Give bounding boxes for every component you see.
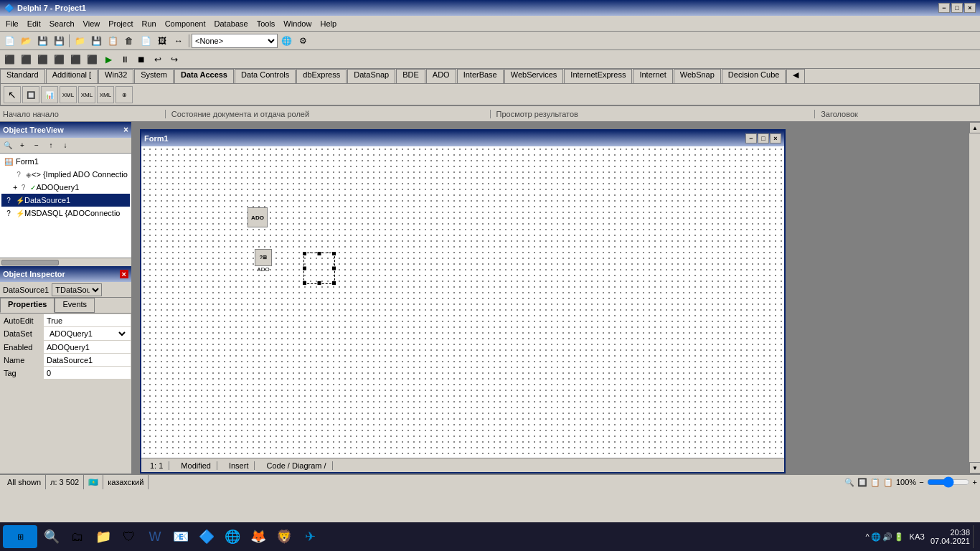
prop-name-value[interactable]: DataSource1	[44, 354, 131, 367]
taskbar-word[interactable]: W	[143, 525, 166, 548]
taskbar-delphi[interactable]: 🔷	[195, 525, 218, 548]
menu-search[interactable]: Search	[45, 18, 79, 29]
ado-connection-component[interactable]: ADO	[248, 207, 268, 227]
treeview-collapse-btn[interactable]: −	[30, 139, 43, 152]
start-button[interactable]: ⊞	[3, 525, 37, 548]
treeview-close-button[interactable]: ×	[123, 125, 128, 135]
inspector-close-button[interactable]: ×	[120, 270, 128, 278]
run-button[interactable]: 🌐	[278, 33, 294, 49]
treeview-down-btn[interactable]: ↓	[59, 139, 72, 152]
menu-view[interactable]: View	[79, 18, 105, 29]
comp-2[interactable]: 📊	[41, 86, 58, 103]
prop-autoedit-value[interactable]: True	[44, 314, 131, 327]
view-form-button[interactable]: 🖼	[154, 33, 170, 49]
zoom-in-icon[interactable]: +	[973, 478, 977, 486]
palette-tab-internetexpress[interactable]: InternetExpress	[564, 69, 632, 83]
menu-component[interactable]: Component	[161, 18, 210, 29]
palette-tab-websnap[interactable]: WebSnap	[674, 69, 721, 83]
step-over-button[interactable]: ↩	[150, 52, 166, 67]
menu-file[interactable]: File	[1, 18, 23, 29]
handle-bc[interactable]	[318, 281, 321, 285]
maximize-button[interactable]: □	[951, 3, 963, 13]
palette-tab-win32[interactable]: Win32	[98, 69, 133, 83]
taskbar-telegram[interactable]: ✈	[298, 525, 321, 548]
prop-tag-value[interactable]: 0	[44, 367, 131, 380]
handle-ml[interactable]	[303, 267, 306, 270]
align-top-button[interactable]: ⬛	[34, 52, 50, 67]
align-bottom-button[interactable]: ⬛	[51, 52, 67, 67]
palette-tab-more[interactable]: ◀	[786, 69, 805, 83]
comp-1[interactable]: 🔲	[22, 86, 39, 103]
trace-into-button[interactable]: ↪	[166, 52, 182, 67]
language-indicator[interactable]: KAЗ	[907, 532, 928, 541]
palette-tab-interbase[interactable]: InterBase	[457, 69, 504, 83]
form1-minimize-button[interactable]: −	[745, 133, 757, 143]
scroll-down-arrow[interactable]: ▼	[969, 462, 980, 474]
taskbar-defender[interactable]: 🛡	[118, 525, 141, 548]
align-center-h-button[interactable]: ⬛	[67, 52, 83, 67]
taskbar-firefox[interactable]: 🦊	[247, 525, 270, 548]
close-button[interactable]: ×	[964, 3, 976, 13]
stop-button[interactable]: ⏹	[133, 52, 149, 67]
ado-query-component[interactable]: ?⊞ ADO	[255, 249, 272, 273]
tree-item-form1[interactable]: 🪟 Form1	[1, 155, 130, 168]
form1-maximize-button[interactable]: □	[758, 133, 769, 143]
comp-3[interactable]: XML	[60, 86, 77, 103]
new-button[interactable]: 📄	[1, 33, 17, 49]
dataset-dropdown[interactable]: ADOQuery1	[47, 328, 128, 339]
handle-bl[interactable]	[303, 281, 306, 285]
align-left-button[interactable]: ⬛	[1, 52, 17, 67]
align-center-v-button[interactable]: ⬛	[84, 52, 100, 67]
treeview-scroll-thumb[interactable]	[1, 260, 59, 265]
taskbar-explorer[interactable]: 📁	[92, 525, 115, 548]
menu-help[interactable]: Help	[316, 18, 341, 29]
comp-4[interactable]: XML	[78, 86, 95, 103]
minimize-button[interactable]: −	[938, 3, 950, 13]
handle-tr[interactable]	[332, 252, 336, 255]
tree-item-datasource1[interactable]: ? ⚡ DataSource1	[1, 194, 130, 207]
add-file-button[interactable]: 📋	[105, 33, 121, 49]
prop-dataset-value[interactable]: ADOQuery1	[44, 327, 131, 341]
save-button[interactable]: 💾	[34, 33, 50, 49]
remove-file-button[interactable]: 🗑	[121, 33, 137, 49]
palette-tab-datasnap[interactable]: DataSnap	[347, 69, 395, 83]
cursor-tool[interactable]: ↖	[4, 86, 21, 103]
open-project-button[interactable]: 📁	[72, 33, 88, 49]
handle-mr[interactable]	[332, 267, 336, 270]
save-all-button[interactable]: 💾	[51, 33, 67, 49]
inspector-type-dropdown[interactable]: TDataSource	[52, 283, 102, 296]
palette-tab-additional[interactable]: Additional [	[46, 69, 98, 83]
treeview-up-btn[interactable]: ↑	[44, 139, 57, 152]
palette-tab-dbexpress[interactable]: dbExpress	[296, 69, 347, 83]
menu-tools[interactable]: Tools	[253, 18, 280, 29]
open-button[interactable]: 📂	[18, 33, 34, 49]
comp-5[interactable]: XML	[97, 86, 114, 103]
handle-tl[interactable]	[303, 252, 306, 255]
form-tabs[interactable]: Code / Diagram /	[260, 461, 332, 470]
pause-button[interactable]: ⏸	[117, 52, 133, 67]
zoom-slider[interactable]	[927, 476, 970, 488]
selected-component[interactable]	[303, 253, 335, 284]
taskbar-task-view[interactable]: 🗂	[66, 525, 89, 548]
scroll-up-arrow[interactable]: ▲	[969, 122, 980, 133]
tab-events[interactable]: Events	[55, 298, 95, 313]
menu-window[interactable]: Window	[279, 18, 316, 29]
comp-6[interactable]: ⊕	[116, 86, 133, 103]
palette-tab-ado[interactable]: ADO	[426, 69, 456, 83]
zoom-out-icon[interactable]: −	[919, 478, 923, 486]
tree-item-implied-ado[interactable]: ? ◈ <> {Implied ADO Connectio	[1, 168, 130, 181]
toggle-form-button[interactable]: ↔	[171, 33, 187, 49]
palette-tab-dataaccess[interactable]: Data Access	[174, 69, 234, 83]
form1-body[interactable]: ADO ?⊞ ADO	[141, 146, 784, 458]
align-right-button[interactable]: ⬛	[18, 52, 34, 67]
treeview-expand-btn[interactable]: +	[16, 139, 29, 152]
params-button[interactable]: ⚙	[295, 33, 311, 49]
menu-project[interactable]: Project	[104, 18, 137, 29]
handle-br[interactable]	[332, 281, 336, 285]
palette-tab-decisioncube[interactable]: Decision Cube	[722, 69, 786, 83]
tree-item-msdasql[interactable]: ? ⚡ MSDASQL {ADOConnectio	[1, 207, 130, 220]
palette-tab-internet[interactable]: Internet	[633, 69, 672, 83]
menu-database[interactable]: Database	[210, 18, 253, 29]
show-desktop-button[interactable]	[973, 525, 977, 548]
component-dropdown[interactable]: <None>	[192, 34, 278, 48]
